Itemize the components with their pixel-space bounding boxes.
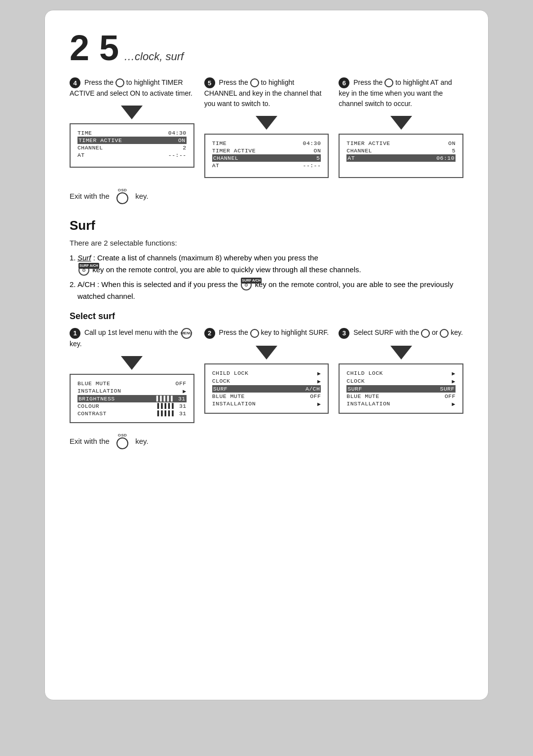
select-step-1-arrow <box>121 356 143 370</box>
osd-button-1: OSD <box>116 188 128 204</box>
surf-title: Surf <box>70 218 463 233</box>
step-6-circle-icon <box>384 78 393 87</box>
osd-circle-icon <box>116 192 128 204</box>
step-6-arrow <box>390 116 412 130</box>
select-step-2-circle <box>250 329 259 338</box>
screen-row-highlight: TIMER ACTIVEON <box>77 137 187 144</box>
exit-row-1: Exit with the OSD key. <box>70 188 463 204</box>
step-4-col: 4 Press the to highlight TIMER ACTIVE an… <box>70 77 194 178</box>
step-5-circle-icon <box>250 78 259 87</box>
screen-row: AT--:-- <box>77 151 187 159</box>
select-step-3-circle-l <box>421 329 430 338</box>
screen-row: CLOCK▶ <box>212 377 321 385</box>
step-5-arrow <box>256 116 277 130</box>
screen-row: CLOCK▶ <box>346 377 456 385</box>
screen-row: COLOUR▌▌▌▌▌ 31 <box>77 402 187 410</box>
select-step-3-screen: CHILD LOCK▶ CLOCK▶ SURFSURF BLUE MUTEOFF… <box>339 363 463 414</box>
exit-bottom-text-1: Exit with the <box>70 437 110 445</box>
page-header: 2 5 …clock, surf <box>70 30 463 66</box>
screen-row: CHILD LOCK▶ <box>346 369 456 377</box>
step-5-text: 5 Press the to highlight CHANNEL and key… <box>204 77 329 109</box>
select-step-3-arrow <box>390 346 412 360</box>
step-6-screen: TIMER ACTIVEON CHANNEL5 AT06:10 <box>339 134 463 178</box>
screen-row-highlight: SURFA/CH <box>212 385 321 393</box>
screen-row: INSTALLATION▶ <box>212 400 321 408</box>
screen-row: CHANNEL2 <box>77 144 187 151</box>
exit-bottom-text-2: key. <box>135 437 148 445</box>
screen-row-highlight: SURFSURF <box>346 385 456 393</box>
exit-row-2: Exit with the OSD key. <box>70 433 463 449</box>
screen-row: BLUE MUTEOFF <box>212 393 321 400</box>
select-step-3-circle-r <box>440 329 449 338</box>
step-4-screen: TIME04:30 TIMER ACTIVEON CHANNEL2 AT--:-… <box>70 123 194 168</box>
screen-row: BLUE MUTEOFF <box>346 393 456 400</box>
select-step-1-screen: BLUE MUTEOFF INSTALLATION▶ BRIGHTNESS▌▌▌… <box>70 374 194 423</box>
select-step-1-text: 1 Call up 1st level menu with the MENU k… <box>70 327 194 349</box>
select-step-3-num: 3 <box>339 328 349 339</box>
surf-list-item-2: A/CH : When this is selected and if you … <box>70 279 463 302</box>
surf-ach-icon-2: SURF A/CH ⊙ <box>241 280 252 290</box>
screen-row: TIME04:30 <box>212 140 321 147</box>
screen-row: TIME04:30 <box>77 129 187 137</box>
step-5-screen: TIME04:30 TIMER ACTIVEON CHANNEL5 AT--:-… <box>204 134 329 178</box>
surf-list: Surf : Create a list of channels (maximu… <box>70 252 463 302</box>
select-step-1-num: 1 <box>70 328 80 339</box>
select-step-3-col: 3 Select SURF with the or key. CHILD LOC… <box>339 327 463 423</box>
page-number: 2 5 <box>70 30 119 66</box>
screen-row: INSTALLATION▶ <box>77 387 187 395</box>
surf-ach-icon-1: SURF A/CH ⊙ <box>78 265 89 276</box>
step-6-col: 6 Press the to highlight AT and key in t… <box>339 77 463 178</box>
step-6-text: 6 Press the to highlight AT and key in t… <box>339 77 463 109</box>
select-step-2-num: 2 <box>204 328 215 339</box>
step-4-circle-icon <box>115 78 124 87</box>
select-step-2-arrow <box>256 346 277 360</box>
surf-intro: There are 2 selectable functions: <box>70 237 463 249</box>
select-step-2-col: 2 Press the key to highlight SURF. CHILD… <box>204 327 329 423</box>
exit-text-2: key. <box>135 192 148 200</box>
screen-row: BLUE MUTEOFF <box>77 380 187 387</box>
menu-icon: MENU <box>181 328 192 339</box>
step-5-number: 5 <box>204 77 215 88</box>
step-4-number: 4 <box>70 77 80 88</box>
step-4-text: 4 Press the to highlight TIMER ACTIVE an… <box>70 77 194 99</box>
screen-row: CONTRAST▌▌▌▌▌ 31 <box>77 410 187 417</box>
select-step-1-col: 1 Call up 1st level menu with the MENU k… <box>70 327 194 423</box>
step-6-number: 6 <box>339 77 349 88</box>
select-step-2-screen: CHILD LOCK▶ CLOCK▶ SURFA/CH BLUE MUTEOFF… <box>204 363 329 414</box>
screen-row: INSTALLATION▶ <box>346 400 456 408</box>
screen-row-highlight: CHANNEL5 <box>212 154 321 162</box>
osd-button-2: OSD <box>116 433 128 449</box>
surf-list-item-1: Surf : Create a list of channels (maximu… <box>70 252 463 276</box>
select-step-2-text: 2 Press the key to highlight SURF. <box>204 327 329 338</box>
screen-row: AT--:-- <box>212 162 321 169</box>
page-container: 2 5 …clock, surf 4 Press the to highligh… <box>44 10 489 700</box>
page-subtitle: …clock, surf <box>124 50 184 63</box>
osd-circle-icon-2 <box>116 437 128 449</box>
screen-row: TIMER ACTIVEON <box>346 140 456 147</box>
step-4-arrow <box>121 106 143 119</box>
screen-row: CHILD LOCK▶ <box>212 369 321 377</box>
screen-row-highlight: AT06:10 <box>346 154 456 162</box>
exit-text-1: Exit with the <box>70 192 110 200</box>
surf-section: Surf There are 2 selectable functions: S… <box>70 218 463 302</box>
select-surf-subtitle: Select surf <box>70 311 463 322</box>
screen-row: TIMER ACTIVEON <box>212 147 321 154</box>
step-5-col: 5 Press the to highlight CHANNEL and key… <box>204 77 329 178</box>
screen-row-highlight: BRIGHTNESS▌▌▌▌▌ 31 <box>77 395 187 402</box>
top-steps-grid: 4 Press the to highlight TIMER ACTIVE an… <box>70 77 463 178</box>
screen-row: CHANNEL5 <box>346 147 456 154</box>
select-step-3-text: 3 Select SURF with the or key. <box>339 327 463 338</box>
select-surf-grid: 1 Call up 1st level menu with the MENU k… <box>70 327 463 423</box>
